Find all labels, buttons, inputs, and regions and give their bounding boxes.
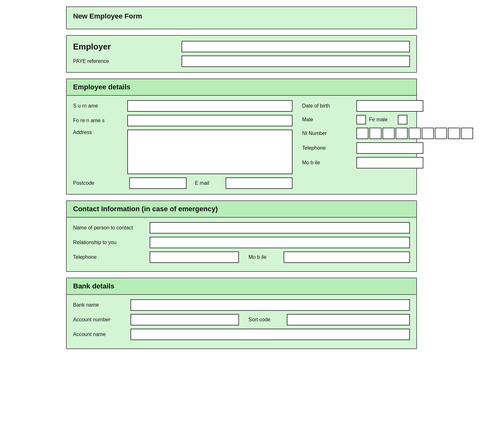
employee-section: Employee details S u rn ame Fo re n ame … xyxy=(66,78,417,195)
account-number-label: Account number xyxy=(73,317,127,323)
contact-relationship-row: Relationship to you xyxy=(73,237,410,248)
ni-box-5[interactable] xyxy=(409,128,421,139)
contact-person-label: Name of person to contact xyxy=(73,225,146,231)
surname-input[interactable] xyxy=(127,100,293,112)
surname-label: S u rn ame xyxy=(73,103,124,109)
contact-telephone-input[interactable] xyxy=(150,251,239,263)
gender-row: Male Fe male xyxy=(302,115,423,124)
account-name-row: Account name xyxy=(73,329,410,340)
contact-person-row: Name of person to contact xyxy=(73,222,410,234)
mobile-row: Mo b ile xyxy=(302,157,423,168)
employee-right: Date of birth Male Fe male NI Number xyxy=(302,100,423,189)
male-checkbox[interactable] xyxy=(356,115,366,124)
ni-box-4[interactable] xyxy=(396,128,408,139)
paye-label: PAYE reference xyxy=(73,58,182,64)
ni-box-6[interactable] xyxy=(422,128,434,139)
forenames-input[interactable] xyxy=(127,115,293,126)
page-title: New Employee Form xyxy=(73,12,410,20)
account-name-input[interactable] xyxy=(130,329,410,340)
dob-input[interactable] xyxy=(356,100,423,112)
bank-name-label: Bank name xyxy=(73,302,127,308)
address-row: Address xyxy=(73,130,293,174)
contact-relationship-label: Relationship to you xyxy=(73,240,146,245)
account-name-label: Account name xyxy=(73,332,127,337)
contact-mobile-input[interactable] xyxy=(284,251,410,263)
address-input[interactable] xyxy=(127,130,293,174)
bank-section: Bank details Bank name Account number So… xyxy=(66,278,417,349)
dob-row: Date of birth xyxy=(302,100,423,112)
contact-telephone-label: Telephone xyxy=(73,254,146,260)
mobile-label: Mo b ile xyxy=(302,160,353,166)
email-label: E mail xyxy=(195,180,220,186)
ni-box-7[interactable] xyxy=(435,128,447,139)
email-input[interactable] xyxy=(226,177,293,189)
employee-body: S u rn ame Fo re n ame s Address Postcod… xyxy=(73,100,410,189)
ni-box-3[interactable] xyxy=(383,128,395,139)
mobile-input[interactable] xyxy=(356,157,423,168)
postcode-row: Postcode E mail xyxy=(73,177,293,189)
bank-name-input[interactable] xyxy=(130,299,410,311)
forenames-label: Fo re n ame s xyxy=(73,118,124,123)
surname-row: S u rn ame xyxy=(73,100,293,112)
employee-section-title: Employee details xyxy=(67,79,416,96)
employer-grid: Employer PAYE reference xyxy=(73,41,410,67)
employer-input[interactable] xyxy=(182,41,410,52)
dob-label: Date of birth xyxy=(302,103,353,109)
page: New Employee Form Employer PAYE referenc… xyxy=(66,6,417,349)
telephone-row: Telephone xyxy=(302,142,423,154)
bank-section-title: Bank details xyxy=(67,278,416,295)
contact-phone-row: Telephone Mo b ile xyxy=(73,251,410,263)
ni-label: NI Number xyxy=(302,131,353,136)
ni-box-9[interactable] xyxy=(461,128,473,139)
account-number-input[interactable] xyxy=(130,314,239,325)
forenames-row: Fo re n ame s xyxy=(73,115,293,126)
telephone-label: Telephone xyxy=(302,145,353,151)
contact-mobile-label: Mo b ile xyxy=(249,254,280,260)
contact-section: Contact Information (in case of emergenc… xyxy=(66,200,417,272)
ni-box-2[interactable] xyxy=(369,128,382,139)
paye-input[interactable] xyxy=(182,56,410,67)
sort-code-input[interactable] xyxy=(287,314,410,325)
sort-code-label: Sort code xyxy=(249,317,284,323)
postcode-input[interactable] xyxy=(129,177,187,189)
female-checkbox[interactable] xyxy=(398,115,407,124)
male-label: Male xyxy=(302,117,353,123)
address-label: Address xyxy=(73,130,124,135)
ni-boxes xyxy=(356,128,473,139)
employee-left: S u rn ame Fo re n ame s Address Postcod… xyxy=(73,100,293,189)
account-number-row: Account number Sort code xyxy=(73,314,410,325)
telephone-input[interactable] xyxy=(356,142,423,154)
contact-person-input[interactable] xyxy=(150,222,410,234)
female-label: Fe male xyxy=(369,117,395,123)
title-section: New Employee Form xyxy=(66,6,417,29)
employer-label: Employer xyxy=(73,42,182,52)
ni-box-1[interactable] xyxy=(356,128,368,139)
ni-row: NI Number xyxy=(302,128,423,139)
contact-section-title: Contact Information (in case of emergenc… xyxy=(67,201,416,218)
contact-relationship-input[interactable] xyxy=(150,237,410,248)
bank-name-row: Bank name xyxy=(73,299,410,311)
postcode-label: Postcode xyxy=(73,180,124,186)
ni-box-8[interactable] xyxy=(448,128,460,139)
employer-section: Employer PAYE reference xyxy=(66,35,417,73)
